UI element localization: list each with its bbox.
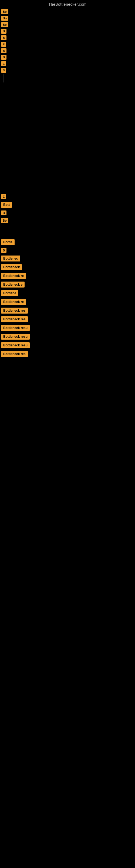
row-3: Bo <box>1 22 135 27</box>
row-21: Bottlene <box>1 290 135 296</box>
row-24: Bottleneck res <box>1 316 135 322</box>
row-8: B <box>1 55 135 60</box>
button-9[interactable]: E <box>1 61 6 66</box>
row-23: Bottleneck res <box>1 308 135 314</box>
row-4: B <box>1 29 135 34</box>
row-5: B <box>1 35 135 40</box>
gap-4 <box>0 117 135 127</box>
button-27[interactable]: Bottleneck resu <box>1 342 30 348</box>
button-14[interactable]: Bo <box>1 218 8 223</box>
row-27: Bottleneck resu <box>1 342 135 348</box>
row-13: B <box>1 211 135 215</box>
row-19: Bottleneck re <box>1 273 135 279</box>
button-12[interactable]: Bott <box>1 202 12 208</box>
gap-6 <box>0 138 135 149</box>
button-23[interactable]: Bottleneck res <box>1 308 28 314</box>
button-2[interactable]: Bo <box>1 16 8 21</box>
button-17[interactable]: Bottlenec <box>1 255 20 261</box>
row-7: B <box>1 48 135 53</box>
row-16: B <box>1 248 135 253</box>
row-14: Bo <box>1 218 135 223</box>
row-15: Bottle <box>1 239 135 245</box>
button-20[interactable]: Bottleneck e <box>1 282 25 287</box>
button-1[interactable]: Bo <box>1 9 8 14</box>
button-25[interactable]: Bottleneck resu <box>1 325 30 331</box>
button-24[interactable]: Bottleneck res <box>1 316 28 322</box>
row-28: Bottleneck res <box>1 351 135 357</box>
gap-8 <box>0 160 135 171</box>
gap-9 <box>0 171 135 182</box>
button-16[interactable]: B <box>1 248 6 253</box>
row-26: Bottleneck resu <box>1 334 135 340</box>
gap-1 <box>0 84 135 95</box>
row-25: Bottleneck resu <box>1 325 135 331</box>
button-11[interactable]: E <box>1 194 6 199</box>
button-3[interactable]: Bo <box>1 22 8 27</box>
button-22[interactable]: Bottleneck re <box>1 299 26 305</box>
row-10: S <box>1 68 135 73</box>
row-17: Bottlenec <box>1 255 135 261</box>
gap-10 <box>0 182 135 193</box>
row-9: E <box>1 61 135 66</box>
row-20: Bottleneck e <box>1 282 135 287</box>
separator-line <box>1 74 135 83</box>
button-5[interactable]: B <box>1 35 6 40</box>
gap-11 <box>0 226 135 237</box>
row-12: Bott <box>1 202 135 208</box>
button-7[interactable]: B <box>1 48 6 53</box>
row-6: E <box>1 42 135 46</box>
gap-5 <box>0 127 135 138</box>
gap-3 <box>0 106 135 117</box>
row-2: Bo <box>1 16 135 21</box>
row-11: E <box>1 194 135 199</box>
button-26[interactable]: Bottleneck resu <box>1 334 30 340</box>
button-18[interactable]: Bottleneck <box>1 264 22 270</box>
button-10[interactable]: S <box>1 68 6 73</box>
gap-2 <box>0 95 135 106</box>
row-1: Bo <box>1 9 135 14</box>
button-15[interactable]: Bottle <box>1 239 14 245</box>
gap-7 <box>0 149 135 160</box>
button-21[interactable]: Bottlene <box>1 290 18 296</box>
row-22: Bottleneck re <box>1 299 135 305</box>
row-18: Bottleneck <box>1 264 135 270</box>
button-28[interactable]: Bottleneck res <box>1 351 28 357</box>
button-6[interactable]: E <box>1 42 6 46</box>
button-4[interactable]: B <box>1 29 6 34</box>
button-13[interactable]: B <box>1 211 6 215</box>
site-title: TheBottlenecker.com <box>0 0 135 8</box>
button-8[interactable]: B <box>1 55 6 60</box>
button-19[interactable]: Bottleneck re <box>1 273 26 279</box>
